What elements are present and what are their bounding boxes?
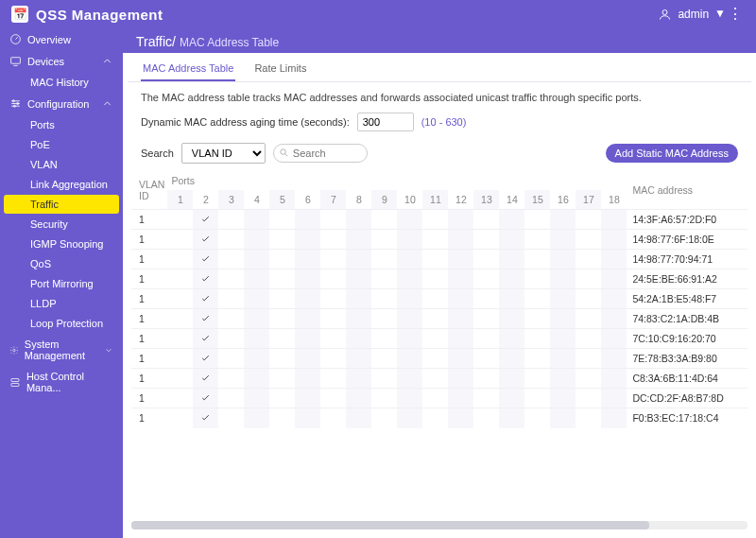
sidebar-item-security[interactable]: Security <box>4 215 119 234</box>
sidebar-item-link-aggregation[interactable]: Link Aggregation <box>4 175 119 194</box>
col-port-14[interactable]: 14 <box>499 190 524 210</box>
horizontal-scrollbar[interactable] <box>131 521 747 529</box>
table-row[interactable]: 1F0:B3:EC:17:18:C4Dyn <box>131 408 747 428</box>
sidebar-system-management[interactable]: System Management <box>0 334 123 366</box>
table-row[interactable]: 17E:78:B3:3A:B9:80Dyn <box>131 349 747 369</box>
cell-port <box>473 408 499 428</box>
table-row[interactable]: 154:2A:1B:E5:48:F7Dyn <box>131 289 747 309</box>
sidebar-item-ports[interactable]: Ports <box>4 115 119 134</box>
cell-port <box>346 230 371 250</box>
cell-port <box>499 408 524 428</box>
col-port-15[interactable]: 15 <box>524 190 550 210</box>
sidebar-item-mac-history[interactable]: MAC History <box>4 73 119 92</box>
sidebar-host-control[interactable]: Host Control Mana... <box>0 366 123 398</box>
cell-port <box>601 289 627 309</box>
col-port-5[interactable]: 5 <box>269 190 295 210</box>
table-row[interactable]: 114:3F:A6:57:2D:F0Dyn <box>131 210 747 230</box>
chevron-down-icon <box>104 344 113 356</box>
cell-port <box>193 309 218 329</box>
col-port-6[interactable]: 6 <box>295 190 320 210</box>
table-row[interactable]: 1DC:CD:2F:A8:B7:8DDyn <box>131 389 747 408</box>
cell-mac: 74:83:C2:1A:DB:4B <box>627 309 747 329</box>
cell-port <box>269 269 295 289</box>
cell-port <box>167 250 193 269</box>
cell-port <box>524 309 550 329</box>
table-row[interactable]: 114:98:77:6F:18:0EDyn <box>131 230 747 250</box>
cell-port <box>295 230 320 250</box>
table-row[interactable]: 174:83:C2:1A:DB:4BDyn <box>131 309 747 329</box>
sidebar-item-port-mirroring[interactable]: Port Mirroring <box>4 274 119 293</box>
col-port-8[interactable]: 8 <box>346 190 371 210</box>
cell-port <box>295 309 320 329</box>
aging-input[interactable] <box>357 113 414 131</box>
sidebar-overview[interactable]: Overview <box>0 28 123 50</box>
sidebar-item-vlan[interactable]: VLAN <box>4 155 119 174</box>
col-port-9[interactable]: 9 <box>371 190 397 210</box>
cell-port <box>320 408 346 428</box>
cell-mac: 7C:10:C9:16:20:70 <box>627 329 747 349</box>
cell-port <box>320 369 346 389</box>
cell-port <box>397 408 422 428</box>
chevron-up-icon <box>101 97 113 110</box>
cell-port <box>397 309 422 329</box>
cell-port <box>499 269 524 289</box>
col-port-3[interactable]: 3 <box>218 190 244 210</box>
col-port-4[interactable]: 4 <box>244 190 269 210</box>
cell-port <box>397 210 422 230</box>
cell-port <box>167 349 193 369</box>
cell-port <box>473 369 499 389</box>
check-icon <box>200 214 211 224</box>
cell-port <box>550 230 576 250</box>
table-row[interactable]: 1C8:3A:6B:11:4D:64Dyn <box>131 369 747 389</box>
cell-port <box>422 389 448 408</box>
col-port-11[interactable]: 11 <box>422 190 448 210</box>
col-mac[interactable]: MAC address <box>627 171 747 210</box>
tab-mac-address-table[interactable]: MAC Address Table <box>141 59 235 81</box>
add-static-mac-button[interactable]: Add Static MAC Address <box>606 144 738 163</box>
col-port-1[interactable]: 1 <box>167 190 193 210</box>
col-vlan[interactable]: VLAN ID <box>131 171 167 210</box>
user-menu[interactable]: admin ▼ <box>658 8 726 22</box>
cell-port <box>244 408 269 428</box>
search-field-select[interactable]: VLAN ID <box>181 143 266 164</box>
main-panel: Traffic/ MAC Address Table MAC Address T… <box>123 28 756 538</box>
scrollbar-thumb[interactable] <box>131 521 649 529</box>
app-title: QSS Management <box>36 7 163 23</box>
cell-port <box>244 269 269 289</box>
mac-table-wrap[interactable]: VLAN IDPortsMAC addressType 123456789101… <box>131 171 747 517</box>
cell-port <box>193 250 218 269</box>
sidebar-item-traffic[interactable]: Traffic <box>4 195 119 214</box>
cell-port <box>422 230 448 250</box>
cell-port <box>218 210 244 230</box>
sidebar-configuration[interactable]: Configuration <box>0 93 123 114</box>
sidebar-item-lldp[interactable]: LLDP <box>4 294 119 313</box>
more-menu[interactable]: ⋮ <box>726 7 745 22</box>
table-row[interactable]: 114:98:77:70:94:71Dyn <box>131 250 747 269</box>
sidebar-item-igmp-snooping[interactable]: IGMP Snooping <box>4 234 119 253</box>
cell-port <box>576 250 601 269</box>
col-port-10[interactable]: 10 <box>397 190 422 210</box>
col-port-12[interactable]: 12 <box>448 190 473 210</box>
cell-port <box>371 369 397 389</box>
col-port-2[interactable]: 2 <box>193 190 218 210</box>
col-port-17[interactable]: 17 <box>576 190 601 210</box>
sidebar-item-loop-protection[interactable]: Loop Protection <box>4 314 119 333</box>
topbar: 📅 QSS Management admin ▼ ⋮ <box>0 0 756 28</box>
col-port-16[interactable]: 16 <box>550 190 576 210</box>
breadcrumb-last[interactable]: MAC Address Table <box>180 36 279 49</box>
table-row[interactable]: 124:5E:BE:66:91:A2Dyn <box>131 269 747 289</box>
cell-port <box>320 210 346 230</box>
tab-rate-limits[interactable]: Rate Limits <box>252 59 308 81</box>
cell-port <box>167 269 193 289</box>
col-port-18[interactable]: 18 <box>601 190 627 210</box>
sidebar-devices[interactable]: Devices <box>0 50 123 72</box>
cell-port <box>371 389 397 408</box>
col-port-13[interactable]: 13 <box>473 190 499 210</box>
sidebar-item-qos[interactable]: QoS <box>4 254 119 273</box>
table-row[interactable]: 17C:10:C9:16:20:70Dyn <box>131 329 747 349</box>
cell-port <box>499 389 524 408</box>
sidebar-item-poe[interactable]: PoE <box>4 135 119 154</box>
col-port-7[interactable]: 7 <box>320 190 346 210</box>
cell-port <box>499 230 524 250</box>
cell-port <box>320 230 346 250</box>
